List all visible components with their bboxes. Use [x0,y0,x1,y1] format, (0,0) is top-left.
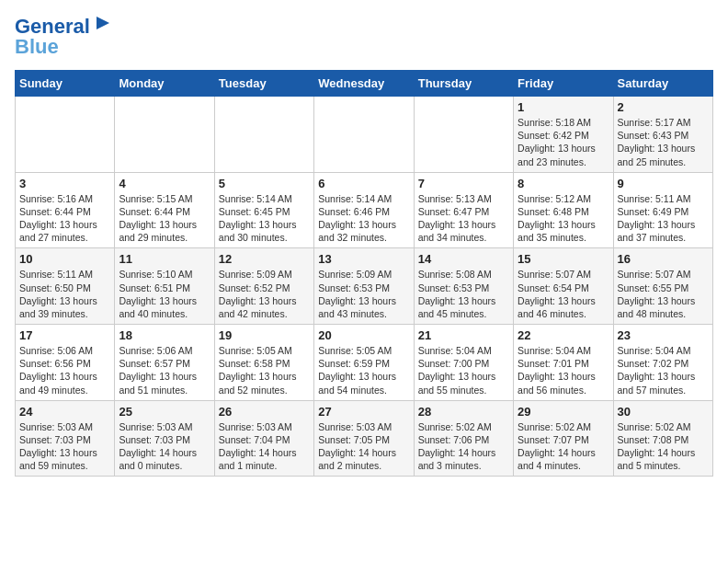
header: General Blue [15,15,713,59]
cell-content: Sunrise: 5:09 AM Sunset: 6:52 PM Dayligh… [219,268,310,320]
cell-content: Sunrise: 5:07 AM Sunset: 6:54 PM Dayligh… [518,268,609,320]
week-row-2: 3Sunrise: 5:16 AM Sunset: 6:44 PM Daylig… [16,172,713,248]
day-number: 4 [119,177,210,190]
day-number: 15 [518,252,609,266]
calendar-cell [16,97,115,173]
calendar-cell: 10Sunrise: 5:11 AM Sunset: 6:50 PM Dayli… [16,248,115,325]
day-header-friday: Friday [514,71,613,97]
cell-content: Sunrise: 5:18 AM Sunset: 6:42 PM Dayligh… [518,116,609,168]
cell-content: Sunrise: 5:04 AM Sunset: 7:02 PM Dayligh… [618,344,709,396]
day-header-saturday: Saturday [613,71,712,97]
cell-content: Sunrise: 5:08 AM Sunset: 6:53 PM Dayligh… [418,268,509,320]
svg-marker-0 [97,17,109,29]
day-number: 23 [618,328,709,342]
calendar-cell: 19Sunrise: 5:05 AM Sunset: 6:58 PM Dayli… [214,325,313,401]
calendar-cell: 20Sunrise: 5:05 AM Sunset: 6:59 PM Dayli… [314,325,414,401]
day-number: 29 [518,405,609,419]
cell-content: Sunrise: 5:16 AM Sunset: 6:44 PM Dayligh… [19,192,110,245]
cell-content: Sunrise: 5:02 AM Sunset: 7:08 PM Dayligh… [618,420,709,473]
calendar-cell: 17Sunrise: 5:06 AM Sunset: 6:56 PM Dayli… [16,325,115,401]
day-number: 14 [418,252,509,266]
calendar-cell: 24Sunrise: 5:03 AM Sunset: 7:03 PM Dayli… [16,400,115,477]
day-header-sunday: Sunday [16,71,115,97]
day-header-thursday: Thursday [414,71,513,97]
cell-content: Sunrise: 5:03 AM Sunset: 7:04 PM Dayligh… [219,420,310,473]
cell-content: Sunrise: 5:06 AM Sunset: 6:57 PM Dayligh… [119,344,210,396]
calendar-cell: 1Sunrise: 5:18 AM Sunset: 6:42 PM Daylig… [514,97,613,173]
day-number: 3 [19,177,110,190]
calendar-cell: 15Sunrise: 5:07 AM Sunset: 6:54 PM Dayli… [514,248,613,325]
calendar-cell [115,97,214,173]
day-number: 27 [318,405,409,419]
cell-content: Sunrise: 5:04 AM Sunset: 7:01 PM Dayligh… [518,344,609,396]
cell-content: Sunrise: 5:07 AM Sunset: 6:55 PM Dayligh… [618,268,709,320]
calendar-cell: 21Sunrise: 5:04 AM Sunset: 7:00 PM Dayli… [414,325,513,401]
calendar-header-row: SundayMondayTuesdayWednesdayThursdayFrid… [16,71,713,97]
day-number: 2 [618,100,709,114]
calendar-cell: 7Sunrise: 5:13 AM Sunset: 6:47 PM Daylig… [414,172,513,248]
calendar-cell: 8Sunrise: 5:12 AM Sunset: 6:48 PM Daylig… [514,172,613,248]
day-number: 16 [618,252,709,266]
day-number: 8 [518,177,609,190]
calendar-cell: 23Sunrise: 5:04 AM Sunset: 7:02 PM Dayli… [613,325,712,401]
day-header-tuesday: Tuesday [214,71,313,97]
cell-content: Sunrise: 5:03 AM Sunset: 7:03 PM Dayligh… [19,420,110,473]
day-number: 12 [219,252,310,266]
calendar-cell: 12Sunrise: 5:09 AM Sunset: 6:52 PM Dayli… [214,248,313,325]
cell-content: Sunrise: 5:05 AM Sunset: 6:58 PM Dayligh… [219,344,310,396]
logo-arrow-icon [93,13,113,33]
calendar-cell: 28Sunrise: 5:02 AM Sunset: 7:06 PM Dayli… [414,400,513,477]
cell-content: Sunrise: 5:15 AM Sunset: 6:44 PM Dayligh… [119,192,210,245]
day-number: 30 [618,405,709,419]
cell-content: Sunrise: 5:06 AM Sunset: 6:56 PM Dayligh… [19,344,110,396]
calendar-cell: 29Sunrise: 5:02 AM Sunset: 7:07 PM Dayli… [514,400,613,477]
calendar-cell: 14Sunrise: 5:08 AM Sunset: 6:53 PM Dayli… [414,248,513,325]
calendar-cell: 2Sunrise: 5:17 AM Sunset: 6:43 PM Daylig… [613,97,712,173]
day-number: 26 [219,405,310,419]
calendar-cell: 16Sunrise: 5:07 AM Sunset: 6:55 PM Dayli… [613,248,712,325]
day-header-wednesday: Wednesday [314,71,414,97]
calendar-cell: 27Sunrise: 5:03 AM Sunset: 7:05 PM Dayli… [314,400,414,477]
calendar-cell: 18Sunrise: 5:06 AM Sunset: 6:57 PM Dayli… [115,325,214,401]
calendar-cell: 9Sunrise: 5:11 AM Sunset: 6:49 PM Daylig… [613,172,712,248]
day-number: 20 [318,328,409,342]
week-row-1: 1Sunrise: 5:18 AM Sunset: 6:42 PM Daylig… [16,97,713,173]
cell-content: Sunrise: 5:11 AM Sunset: 6:49 PM Dayligh… [618,192,709,245]
cell-content: Sunrise: 5:02 AM Sunset: 7:07 PM Dayligh… [518,420,609,473]
cell-content: Sunrise: 5:14 AM Sunset: 6:46 PM Dayligh… [318,192,409,245]
calendar-cell [314,97,414,173]
day-number: 25 [119,405,210,419]
cell-content: Sunrise: 5:05 AM Sunset: 6:59 PM Dayligh… [318,344,409,396]
day-number: 28 [418,405,509,419]
day-number: 10 [19,252,110,266]
cell-content: Sunrise: 5:02 AM Sunset: 7:06 PM Dayligh… [418,420,509,473]
day-number: 6 [318,177,409,190]
day-number: 13 [318,252,409,266]
calendar-cell: 4Sunrise: 5:15 AM Sunset: 6:44 PM Daylig… [115,172,214,248]
cell-content: Sunrise: 5:04 AM Sunset: 7:00 PM Dayligh… [418,344,509,396]
day-number: 24 [19,405,110,419]
week-row-4: 17Sunrise: 5:06 AM Sunset: 6:56 PM Dayli… [16,325,713,401]
day-number: 21 [418,328,509,342]
cell-content: Sunrise: 5:09 AM Sunset: 6:53 PM Dayligh… [318,268,409,320]
calendar-cell: 6Sunrise: 5:14 AM Sunset: 6:46 PM Daylig… [314,172,414,248]
week-row-5: 24Sunrise: 5:03 AM Sunset: 7:03 PM Dayli… [16,400,713,477]
day-number: 19 [219,328,310,342]
calendar-cell: 3Sunrise: 5:16 AM Sunset: 6:44 PM Daylig… [16,172,115,248]
calendar-cell: 25Sunrise: 5:03 AM Sunset: 7:03 PM Dayli… [115,400,214,477]
calendar-cell: 11Sunrise: 5:10 AM Sunset: 6:51 PM Dayli… [115,248,214,325]
calendar-cell [414,97,513,173]
day-number: 22 [518,328,609,342]
cell-content: Sunrise: 5:13 AM Sunset: 6:47 PM Dayligh… [418,192,509,245]
calendar-cell: 13Sunrise: 5:09 AM Sunset: 6:53 PM Dayli… [314,248,414,325]
cell-content: Sunrise: 5:14 AM Sunset: 6:45 PM Dayligh… [219,192,310,245]
calendar-cell [214,97,313,173]
calendar-cell: 5Sunrise: 5:14 AM Sunset: 6:45 PM Daylig… [214,172,313,248]
cell-content: Sunrise: 5:03 AM Sunset: 7:03 PM Dayligh… [119,420,210,473]
day-number: 5 [219,177,310,190]
calendar-cell: 26Sunrise: 5:03 AM Sunset: 7:04 PM Dayli… [214,400,313,477]
logo: General Blue [15,15,117,59]
calendar-cell: 22Sunrise: 5:04 AM Sunset: 7:01 PM Dayli… [514,325,613,401]
calendar-cell: 30Sunrise: 5:02 AM Sunset: 7:08 PM Dayli… [613,400,712,477]
cell-content: Sunrise: 5:03 AM Sunset: 7:05 PM Dayligh… [318,420,409,473]
